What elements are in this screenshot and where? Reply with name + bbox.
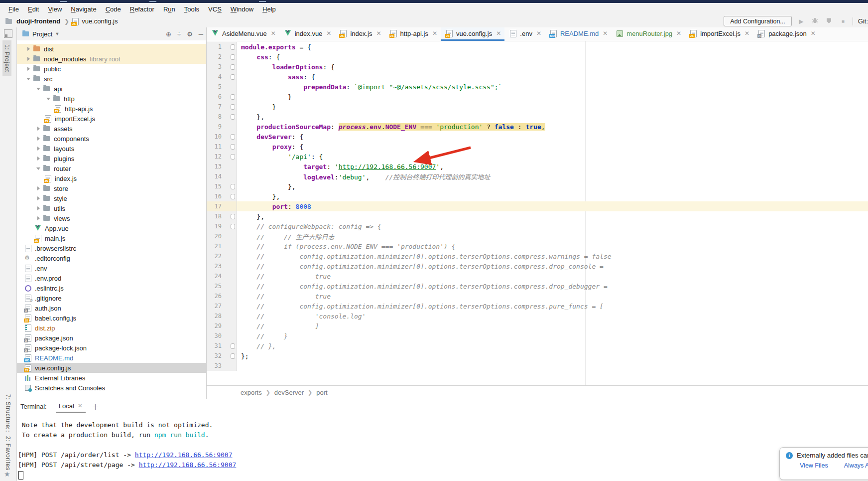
fold-marker-icon[interactable] [231,184,235,189]
fold-marker-icon[interactable] [231,224,235,229]
fold-marker-icon[interactable] [231,54,235,60]
terminal-link[interactable]: http://192.168.66.56:9007 [135,451,233,459]
tree-item[interactable]: ⊘.gitignore [17,293,206,303]
menu-help[interactable]: Help [258,5,280,13]
chevron-collapsed-icon[interactable] [34,147,43,151]
chevron-collapsed-icon[interactable] [34,157,43,160]
tree-item[interactable]: ⚙.editorconfig [17,253,206,263]
editor-tab-menurouter-jpg[interactable]: menuRouter.jpg✕ [611,27,685,41]
tree-item[interactable]: public [17,64,206,74]
chevron-expanded-icon[interactable] [34,167,43,170]
fold-marker-icon[interactable] [231,343,235,349]
coverage-icon[interactable] [825,17,834,25]
tree-item[interactable]: components [17,134,206,144]
close-icon[interactable]: ✕ [271,30,276,37]
menu-code[interactable]: Code [101,5,125,13]
tree-item[interactable]: node_moduleslibrary root [17,54,206,64]
hide-panel-icon[interactable]: ─ [199,30,203,38]
tree-item[interactable]: style [17,193,206,203]
tree-item[interactable]: App.vue [17,223,206,233]
chevron-collapsed-icon[interactable] [24,67,33,71]
add-configuration-button[interactable]: Add Configuration... [724,16,792,26]
editor-tab-vue-config-js[interactable]: JSvue.config.js✕ [441,27,504,41]
view-files-link[interactable]: View Files [800,462,828,469]
tree-item[interactable]: .browserslistrc [17,243,206,253]
tree-item[interactable]: JSbabel.config.js [17,313,206,323]
chevron-collapsed-icon[interactable] [34,216,43,220]
tree-item[interactable]: Scratches and Consoles [17,383,206,393]
tree-item[interactable]: dist [17,44,206,54]
project-view-selector[interactable]: Project ▼ [22,30,166,38]
editor-tab-asidemenu-vue[interactable]: AsideMenu.vue✕ [207,27,279,41]
menu-vcs[interactable]: VCS [204,5,226,13]
terminal-cursor[interactable] [18,471,23,480]
tree-item[interactable]: JSimportExcel.js [17,114,206,124]
locate-icon[interactable]: ⊕ [166,30,171,38]
menu-refactor[interactable]: Refactor [125,5,159,13]
crumb-exports[interactable]: exports [241,389,262,396]
editor-tab-http-api-js[interactable]: JShttp-api.js✕ [385,27,441,41]
breadcrumb-file[interactable]: vue.config.js [82,17,118,25]
tree-item[interactable]: plugins [17,154,206,163]
close-icon[interactable]: ✕ [326,30,331,37]
close-icon[interactable]: ✕ [536,30,541,37]
stripe-structure-button[interactable]: 7: Structure [4,394,11,428]
terminal-tab-local[interactable]: Local ✕ [56,400,86,413]
favorites-star-icon[interactable]: ★ [4,470,10,478]
tree-item[interactable]: JShttp-api.js [17,104,206,114]
chevron-collapsed-icon[interactable] [34,206,43,210]
tree-item[interactable]: JSindex.js [17,173,206,183]
tree-item[interactable]: http [17,94,206,104]
chevron-expanded-icon[interactable] [24,78,33,80]
debug-bug-icon[interactable] [811,17,820,25]
editor-tab-importexcel-js[interactable]: JSimportExcel.js✕ [685,27,753,41]
collapse-all-icon[interactable]: ÷ [177,30,181,38]
editor-tab-readme-md[interactable]: MDREADME.md✕ [545,27,611,41]
editor-area[interactable]: AsideMenu.vue✕index.vue✕JSindex.js✕JShtt… [207,27,868,399]
fold-marker-icon[interactable] [231,94,235,100]
menu-tools[interactable]: Tools [180,5,204,13]
stripe-project-button[interactable]: 1: Project [2,40,11,76]
tree-item[interactable]: External Libraries [17,373,206,383]
run-icon[interactable]: ▶ [797,18,806,25]
menu-file[interactable]: File [4,5,23,13]
git-widget-label[interactable]: Git: [858,17,868,25]
editor-tab-index-vue[interactable]: index.vue✕ [279,27,335,41]
close-icon[interactable]: ✕ [78,402,83,409]
tree-item[interactable]: .eslintrc.js [17,283,206,293]
terminal-output[interactable]: Note that the development build is not o… [17,413,868,481]
crumb-devserver[interactable]: devServer [274,389,304,396]
close-icon[interactable]: ✕ [811,30,816,37]
tree-item[interactable]: MDREADME.md [17,353,206,363]
editor-tab--env[interactable]: .env✕ [504,27,545,41]
crumb-port[interactable]: port [316,389,327,396]
fold-marker-icon[interactable] [231,144,235,150]
fold-marker-icon[interactable] [231,104,235,110]
tree-item[interactable]: JSvue.config.js [17,363,206,373]
terminal-link[interactable]: http://192.168.66.56:9007 [139,461,237,469]
tree-item[interactable]: dist.zip [17,323,206,333]
fold-marker-icon[interactable] [231,214,235,219]
menu-window[interactable]: Window [226,5,258,13]
editor-tab-package-json[interactable]: {}package.json✕ [753,27,819,41]
chevron-collapsed-icon[interactable] [34,127,43,131]
code-editor[interactable]: 1module.exports = {2 css: {3 loaderOptio… [207,41,868,385]
fold-marker-icon[interactable] [231,353,235,359]
tree-item[interactable]: JSmain.js [17,233,206,243]
close-icon[interactable]: ✕ [676,30,681,37]
menu-navigate[interactable]: Navigate [66,5,101,13]
tree-item[interactable]: {}auth.json [17,303,206,313]
tree-item[interactable]: src [17,74,206,84]
new-terminal-icon[interactable]: ＋ [92,401,99,412]
stripe-favorites-button[interactable]: 2: Favorites [4,436,11,471]
close-icon[interactable]: ✕ [744,30,749,37]
chevron-collapsed-icon[interactable] [34,186,43,190]
tool-window-icon[interactable] [4,29,12,38]
fold-marker-icon[interactable] [231,134,235,140]
close-icon[interactable]: ✕ [432,30,437,37]
chevron-collapsed-icon[interactable] [24,57,33,61]
tree-item[interactable]: views [17,213,206,223]
chevron-expanded-icon[interactable] [44,98,53,100]
fold-marker-icon[interactable] [231,44,235,50]
fold-marker-icon[interactable] [231,194,235,199]
